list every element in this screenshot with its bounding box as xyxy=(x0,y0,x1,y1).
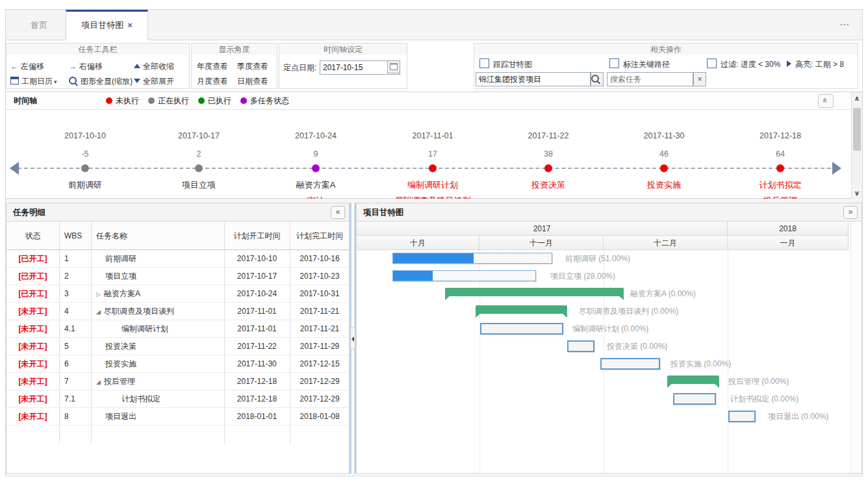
expand-all-button[interactable]: 全部展开 xyxy=(134,75,174,88)
task-start-date: 2017-10-24 xyxy=(224,285,290,303)
anchor-date-calendar-button[interactable] xyxy=(387,60,400,73)
milestone-dot-icon[interactable] xyxy=(195,164,203,172)
milestone-dot-icon[interactable] xyxy=(776,164,784,172)
tab-home[interactable]: 首页 xyxy=(12,10,66,40)
gantt-row: 投资决策 (0.00%) xyxy=(357,338,849,355)
gantt-bar-empty[interactable] xyxy=(567,340,594,352)
gantt-bar-summary[interactable] xyxy=(476,305,567,314)
table-row[interactable]: [未开工]5投资决策2017-11-222017-11-29 xyxy=(6,338,349,355)
task-search-input[interactable] xyxy=(607,73,693,86)
scroll-down-button[interactable]: ∨ xyxy=(852,187,862,199)
tab-gantt[interactable]: 项目甘特图× xyxy=(66,10,148,41)
zoom-fit-button[interactable]: 图形全显(缩放) xyxy=(69,75,133,88)
timeline-title: 时间轴 xyxy=(14,96,37,107)
gantt-bar-empty[interactable] xyxy=(600,358,660,370)
column-header-4[interactable]: 计划完工时间 xyxy=(290,222,350,250)
project-search-button[interactable] xyxy=(591,72,604,86)
tab-close-icon[interactable]: × xyxy=(127,20,133,30)
shift-right-button[interactable]: →右偏移 xyxy=(69,60,103,73)
milestone-label: 计划书拟定 xyxy=(760,179,802,191)
project-name-field xyxy=(476,72,591,86)
table-row[interactable]: [已开工]3▷融资方案A2017-10-242017-10-31 xyxy=(6,285,349,303)
view-year-button[interactable]: 年度查看 xyxy=(197,60,228,73)
view-quarter-button[interactable]: 季度查看 xyxy=(237,60,268,73)
task-name: 投资实施 xyxy=(105,355,224,373)
highlight-duration-button[interactable]: 高亮: 工期 > 8 xyxy=(787,58,844,71)
scroll-thumb[interactable] xyxy=(853,108,861,151)
checkbox-icon xyxy=(609,58,619,68)
table-row[interactable]: [未开工]6投资实施2017-11-302017-12-15 xyxy=(6,355,349,373)
duration-calendar-button[interactable]: 工期日历▾ xyxy=(10,75,57,88)
view-month-button[interactable]: 月度查看 xyxy=(197,75,228,88)
table-row[interactable]: [已开工]1前期调研2017-10-102017-10-16 xyxy=(6,250,349,268)
gantt-month-cell[interactable]: 十一月 xyxy=(479,236,604,250)
task-wbs: 5 xyxy=(64,338,91,355)
split-divider[interactable] xyxy=(350,203,356,474)
scroll-up-button[interactable]: ∧ xyxy=(852,92,862,104)
tree-expanded-icon[interactable]: ◢ xyxy=(96,379,101,385)
gantt-bar-empty[interactable] xyxy=(480,323,563,335)
view-day-button[interactable]: 日期查看 xyxy=(237,75,268,88)
gantt-chart-body: 前期调研 (51.00%)项目立项 (28.00%)融资方案A (0.00%)尽… xyxy=(357,250,849,473)
milestone-day-number: 64 xyxy=(776,149,785,159)
table-row[interactable]: [未开工]7.1计划书拟定2017-12-182017-12-29 xyxy=(6,390,349,408)
highlight-duration-label: 高亮: 工期 > 8 xyxy=(795,60,844,69)
milestone-dot-icon[interactable] xyxy=(429,164,437,172)
column-separator xyxy=(224,222,225,250)
gantt-month-row: 十月十一月十二月一月 xyxy=(357,236,849,250)
timeline-collapse-button[interactable]: « xyxy=(818,94,834,108)
gantt-bar-empty[interactable] xyxy=(728,411,756,422)
column-header-0[interactable]: 状态 xyxy=(6,222,59,250)
milestone-dot-icon[interactable] xyxy=(81,164,89,172)
task-end-date: 2017-10-23 xyxy=(290,268,349,285)
column-header-2[interactable]: 任务名称 xyxy=(91,222,224,250)
task-end-date: 2017-10-16 xyxy=(290,250,349,268)
milestone-dot-icon[interactable] xyxy=(544,164,552,172)
gantt-bar-summary[interactable] xyxy=(667,376,719,384)
gantt-bar-label: 项目退出 (0.00%) xyxy=(768,411,828,422)
shift-left-button[interactable]: ←左偏移 xyxy=(10,60,44,73)
track-gantt-checkbox[interactable]: 跟踪甘特图 xyxy=(479,58,532,71)
milestone-day-number: 38 xyxy=(544,149,553,159)
task-status: [已开工] xyxy=(6,250,59,268)
column-header-3[interactable]: 计划开工时间 xyxy=(224,222,290,250)
task-panel-collapse-button[interactable]: « xyxy=(331,206,345,219)
task-search-clear-button[interactable]: × xyxy=(693,72,706,86)
timeline-right-arrow-icon xyxy=(832,162,841,175)
anchor-date-label: 定点日期: xyxy=(283,61,316,74)
task-start-date: 2017-10-10 xyxy=(224,250,290,268)
gantt-bar-progress[interactable] xyxy=(392,270,536,281)
gantt-panel-expand-button[interactable]: » xyxy=(843,206,858,219)
collapse-all-button[interactable]: 全部收缩 xyxy=(134,60,174,73)
filter-progress-checkbox[interactable]: 过滤: 进度 < 30% xyxy=(707,58,780,71)
tree-collapsed-icon[interactable]: ▷ xyxy=(96,291,101,298)
table-row[interactable]: [未开工]4◢尽职调查及项目谈判2017-11-012017-11-21 xyxy=(6,303,349,320)
task-status: [未开工] xyxy=(6,303,59,320)
table-row[interactable]: [未开工]4.1编制调研计划2017-11-012017-11-21 xyxy=(6,320,349,338)
table-row[interactable]: [已开工]2项目立项2017-10-172017-10-23 xyxy=(6,268,349,285)
gantt-month-cell[interactable]: 一月 xyxy=(728,236,849,250)
table-row[interactable]: [未开工]8项目退出2018-01-012018-01-08 xyxy=(6,408,349,426)
gantt-bar-summary[interactable] xyxy=(445,288,624,296)
milestone-dot-icon[interactable] xyxy=(660,164,668,172)
mark-critical-path-checkbox[interactable]: 标注关键路径 xyxy=(609,58,670,71)
project-name-input[interactable] xyxy=(476,73,590,86)
play-triangle-icon xyxy=(787,60,791,67)
tree-expanded-icon[interactable]: ◢ xyxy=(96,309,101,315)
gantt-bar-empty[interactable] xyxy=(673,393,716,405)
app-window: 首页 项目甘特图× ⋯ 任务工具栏 ←左偏移→右偏移全部收缩工期日历▾图形全显(… xyxy=(5,9,863,476)
milestone-dot-icon[interactable] xyxy=(312,164,320,172)
column-header-1[interactable]: WBS xyxy=(59,222,91,250)
gantt-month-cell[interactable]: 十月 xyxy=(357,236,479,250)
clear-icon: × xyxy=(697,75,702,84)
task-name: ▷融资方案A xyxy=(96,285,224,303)
more-menu-icon[interactable]: ⋯ xyxy=(839,19,850,31)
divider-collapse-handle[interactable] xyxy=(350,327,355,350)
task-name-label: 计划书拟定 xyxy=(121,394,160,403)
gantt-month-cell[interactable]: 十二月 xyxy=(604,236,728,250)
table-row[interactable]: [未开工]7◢投后管理2017-12-182017-12-29 xyxy=(6,373,349,390)
milestone-date: 2017-12-18 xyxy=(760,131,801,140)
milestone-label: 融资方案A xyxy=(296,179,336,191)
gantt-bar-progress[interactable] xyxy=(392,253,552,264)
task-wbs: 4.1 xyxy=(64,320,91,338)
